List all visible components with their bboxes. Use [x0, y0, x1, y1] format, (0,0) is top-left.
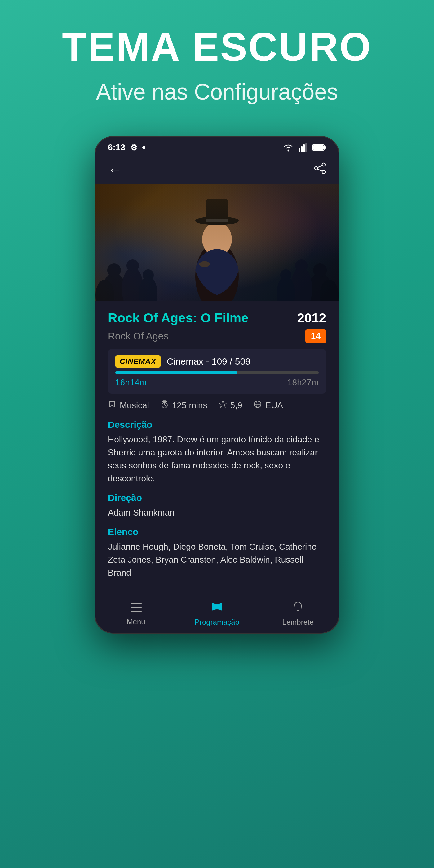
movie-content: Rock Of Ages: O Filme 2012 Rock Of Ages …	[95, 301, 339, 596]
sub-title: Ative nas Configurações	[19, 79, 415, 105]
nav-programacao-label: Programação	[195, 618, 239, 626]
star-icon	[219, 400, 227, 411]
time-end: 18h27m	[287, 378, 319, 388]
battery-icon	[312, 144, 326, 151]
duration-tag: 125 mins	[160, 400, 207, 411]
nav-menu-label: Menu	[127, 618, 145, 626]
status-time: 6:13	[108, 143, 125, 153]
svg-rect-2	[301, 146, 303, 152]
crowd-right	[252, 184, 339, 301]
status-bar: 6:13 ⚙	[95, 137, 339, 156]
svg-point-17	[126, 259, 139, 272]
svg-point-10	[315, 167, 318, 170]
progress-bar-fill	[115, 371, 238, 374]
time-row: 16h14m 18h27m	[115, 378, 319, 388]
nav-item-programacao[interactable]: Programação	[192, 601, 242, 626]
svg-rect-24	[206, 219, 228, 222]
svg-line-11	[318, 165, 322, 167]
score-label: 5,9	[230, 401, 242, 410]
book-icon	[211, 601, 223, 615]
cast-text: Julianne Hough, Diego Boneta, Tom Cruise…	[108, 540, 326, 579]
channel-info: CINEMAX Cinemax - 109 / 509 16h14m 18h27…	[108, 349, 326, 394]
svg-point-31	[280, 269, 291, 281]
svg-rect-1	[299, 148, 300, 152]
duration-icon	[160, 400, 169, 411]
country-label: EUA	[265, 401, 283, 410]
direction-title: Direção	[108, 493, 326, 503]
svg-rect-38	[130, 611, 142, 612]
signal-icon	[299, 143, 308, 152]
notification-dot	[142, 146, 145, 149]
movie-original-title: Rock Of Ages	[108, 331, 168, 342]
genre-label: Musical	[120, 401, 149, 410]
svg-point-28	[313, 264, 327, 277]
progress-bar-wrap	[115, 371, 319, 374]
svg-rect-36	[130, 603, 142, 604]
channel-name: Cinemax - 109 / 509	[167, 356, 250, 367]
top-section: TEMA ESCURO Ative nas Configurações	[0, 0, 434, 124]
nav-item-lembrete[interactable]: Lembrete	[273, 601, 323, 626]
cast-section: Elenco Julianne Hough, Diego Boneta, Tom…	[108, 527, 326, 579]
director-text: Adam Shankman	[108, 506, 326, 519]
menu-icon	[130, 602, 142, 615]
movie-image	[95, 184, 339, 301]
svg-rect-6	[324, 146, 326, 149]
svg-rect-37	[130, 607, 142, 608]
globe-icon	[253, 400, 262, 411]
svg-point-0	[288, 150, 289, 152]
main-title: TEMA ESCURO	[19, 25, 415, 69]
rating-badge: 14	[305, 329, 326, 343]
phone-body: 6:13 ⚙	[95, 136, 339, 633]
score-tag: 5,9	[219, 400, 242, 411]
movie-title-row: Rock Of Ages: O Filme 2012	[108, 311, 326, 326]
svg-point-29	[295, 259, 308, 272]
genre-tag: Musical	[108, 400, 149, 411]
nav-item-menu[interactable]: Menu	[111, 602, 161, 626]
gear-icon: ⚙	[130, 143, 137, 153]
status-right	[283, 143, 326, 152]
bell-icon	[292, 601, 303, 615]
wifi-icon	[283, 143, 294, 152]
description-section: Descrição Hollywood, 1987. Drew é um gar…	[108, 420, 326, 485]
svg-point-16	[107, 264, 121, 277]
tags-row: Musical 125 mins	[108, 400, 326, 411]
cast-title: Elenco	[108, 527, 326, 537]
genre-icon	[108, 400, 117, 411]
svg-rect-23	[206, 199, 228, 222]
center-figure	[183, 190, 251, 301]
description-title: Descrição	[108, 420, 326, 430]
share-button[interactable]	[314, 162, 326, 177]
duration-label: 125 mins	[172, 401, 207, 410]
app-toolbar: ←	[95, 156, 339, 184]
movie-subtitle-row: Rock Of Ages 14	[108, 329, 326, 343]
status-left: 6:13 ⚙	[108, 143, 145, 153]
svg-line-12	[318, 169, 322, 171]
country-tag: EUA	[253, 400, 283, 411]
phone-mockup: 6:13 ⚙	[95, 136, 339, 633]
bottom-nav: Menu Programação	[95, 596, 339, 633]
back-button[interactable]: ←	[108, 162, 122, 177]
movie-year: 2012	[297, 311, 326, 326]
channel-logo: CINEMAX	[115, 355, 161, 368]
svg-point-9	[322, 170, 325, 174]
svg-rect-7	[313, 145, 323, 150]
description-text: Hollywood, 1987. Drew é um garoto tímido…	[108, 433, 326, 485]
movie-title: Rock Of Ages: O Filme	[108, 311, 249, 326]
crowd-left	[95, 184, 182, 301]
svg-rect-3	[303, 145, 305, 152]
svg-point-19	[143, 269, 154, 281]
time-start: 16h14m	[115, 378, 147, 388]
nav-lembrete-label: Lembrete	[282, 618, 314, 626]
svg-point-8	[322, 163, 325, 166]
channel-row: CINEMAX Cinemax - 109 / 509	[115, 355, 319, 368]
direction-section: Direção Adam Shankman	[108, 493, 326, 519]
svg-rect-4	[305, 143, 307, 152]
